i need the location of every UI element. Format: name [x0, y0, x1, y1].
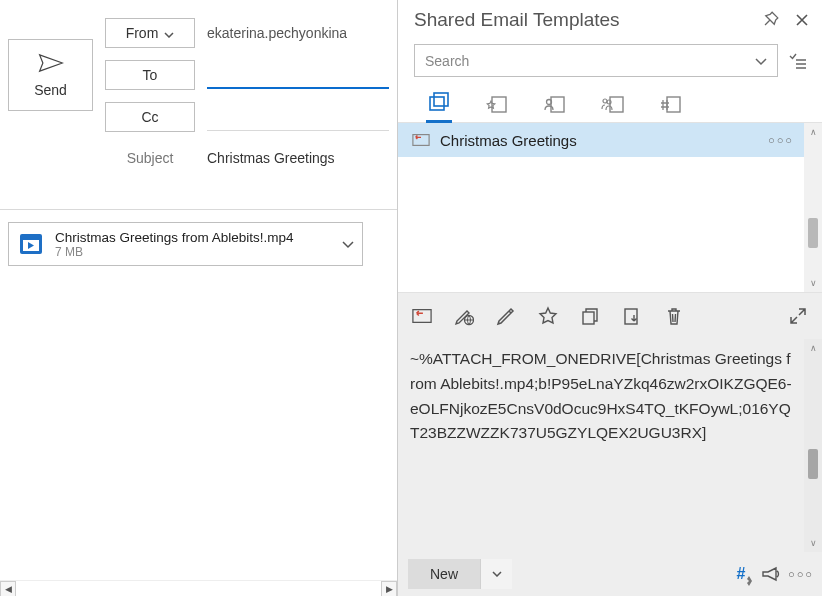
scroll-up-icon[interactable]: ∧ — [810, 127, 817, 137]
template-list: Christmas Greetings ○○○ ∧ ∨ — [398, 123, 822, 293]
attachment-item[interactable]: Christmas Greetings from Ablebits!.mp4 7… — [8, 222, 363, 266]
paste-icon[interactable] — [622, 306, 642, 326]
compose-pane: Send From ekaterina.pechyonkina To Cc Su… — [0, 0, 398, 596]
new-button[interactable]: New — [408, 559, 480, 589]
templates-panel: Shared Email Templates Search — [398, 0, 822, 596]
new-button-dropdown[interactable] — [480, 559, 512, 589]
chevron-down-icon[interactable] — [755, 53, 767, 69]
attachments-area: Christmas Greetings from Ablebits!.mp4 7… — [8, 222, 389, 266]
scroll-left-icon[interactable]: ◀ — [0, 581, 16, 597]
from-button[interactable]: From — [105, 18, 195, 48]
insert-into-email-icon[interactable] — [412, 306, 432, 326]
tabs — [398, 83, 822, 123]
cc-label: Cc — [141, 109, 158, 125]
template-item[interactable]: Christmas Greetings ○○○ — [398, 123, 804, 157]
favorite-icon[interactable] — [538, 306, 558, 326]
tab-team-templates[interactable] — [600, 94, 626, 122]
cc-button[interactable]: Cc — [105, 102, 195, 132]
edit-html-icon[interactable] — [454, 306, 474, 326]
svg-point-9 — [607, 100, 611, 104]
horizontal-scrollbar[interactable]: ◀ ▶ — [0, 580, 397, 596]
svg-rect-3 — [434, 93, 448, 106]
send-icon — [38, 53, 64, 76]
search-placeholder: Search — [425, 53, 469, 69]
copy-icon[interactable] — [580, 306, 600, 326]
announcement-icon[interactable] — [760, 563, 782, 585]
send-button[interactable]: Send — [8, 39, 93, 111]
svg-rect-10 — [667, 97, 680, 112]
from-value: ekaterina.pechyonkina — [207, 25, 389, 41]
to-label: To — [143, 67, 158, 83]
tab-shortcuts[interactable] — [658, 94, 684, 122]
from-label: From — [126, 25, 159, 41]
subject-input[interactable] — [207, 150, 389, 166]
cc-input[interactable] — [207, 103, 389, 131]
tab-all-templates[interactable] — [426, 92, 452, 123]
scroll-right-icon[interactable]: ▶ — [381, 581, 397, 597]
shortcut-icon[interactable]: # — [730, 563, 752, 585]
more-icon[interactable]: ○○○ — [768, 134, 794, 146]
more-icon[interactable]: ○○○ — [790, 563, 812, 585]
pin-icon[interactable] — [760, 10, 780, 30]
scrollbar-thumb[interactable] — [808, 449, 818, 479]
svg-rect-2 — [430, 97, 444, 110]
checklist-icon[interactable] — [788, 51, 808, 71]
editor-body[interactable]: ~%ATTACH_FROM_ONEDRIVE[Christmas Greetin… — [398, 339, 804, 552]
send-label: Send — [34, 82, 67, 98]
vertical-scrollbar[interactable]: ∧ ∨ — [804, 123, 822, 292]
panel-title: Shared Email Templates — [414, 9, 760, 31]
attachment-name: Christmas Greetings from Ablebits!.mp4 — [55, 230, 332, 245]
scroll-down-icon[interactable]: ∨ — [810, 538, 817, 548]
template-icon — [412, 133, 430, 147]
chevron-down-icon[interactable] — [342, 236, 354, 252]
editor-pane: ~%ATTACH_FROM_ONEDRIVE[Christmas Greetin… — [398, 293, 822, 596]
delete-icon[interactable] — [664, 306, 684, 326]
chevron-down-icon — [164, 25, 174, 41]
tab-favorites[interactable] — [484, 94, 510, 122]
svg-rect-14 — [583, 312, 594, 324]
svg-point-8 — [603, 99, 607, 103]
attachment-size: 7 MB — [55, 245, 332, 259]
scroll-down-icon[interactable]: ∨ — [810, 278, 817, 288]
svg-rect-15 — [625, 309, 637, 324]
vertical-scrollbar[interactable]: ∧ ∨ — [804, 339, 822, 552]
expand-icon[interactable] — [788, 306, 808, 326]
to-button[interactable]: To — [105, 60, 195, 90]
template-name: Christmas Greetings — [440, 132, 758, 149]
svg-rect-12 — [413, 310, 431, 323]
video-file-icon — [17, 230, 45, 258]
scrollbar-thumb[interactable] — [808, 218, 818, 248]
edit-icon[interactable] — [496, 306, 516, 326]
subject-label: Subject — [105, 150, 195, 166]
editor-toolbar — [398, 293, 822, 339]
scroll-up-icon[interactable]: ∧ — [810, 343, 817, 353]
search-input[interactable]: Search — [414, 44, 778, 77]
to-input[interactable] — [207, 61, 389, 89]
bottom-bar: New # ○○○ — [398, 552, 822, 596]
svg-rect-11 — [413, 135, 429, 146]
compose-header: Send From ekaterina.pechyonkina To Cc Su… — [0, 0, 397, 210]
close-icon[interactable] — [792, 10, 812, 30]
tab-my-templates[interactable] — [542, 94, 568, 122]
